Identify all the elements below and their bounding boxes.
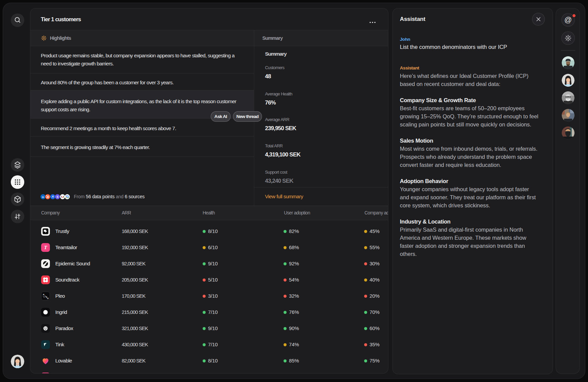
svg-text:S: S bbox=[57, 195, 59, 198]
svg-text:in: in bbox=[42, 196, 44, 198]
svg-text:O: O bbox=[47, 297, 49, 299]
svg-text:A: A bbox=[51, 195, 54, 198]
svg-text:T: T bbox=[44, 245, 47, 250]
svg-text:P: P bbox=[43, 294, 45, 296]
